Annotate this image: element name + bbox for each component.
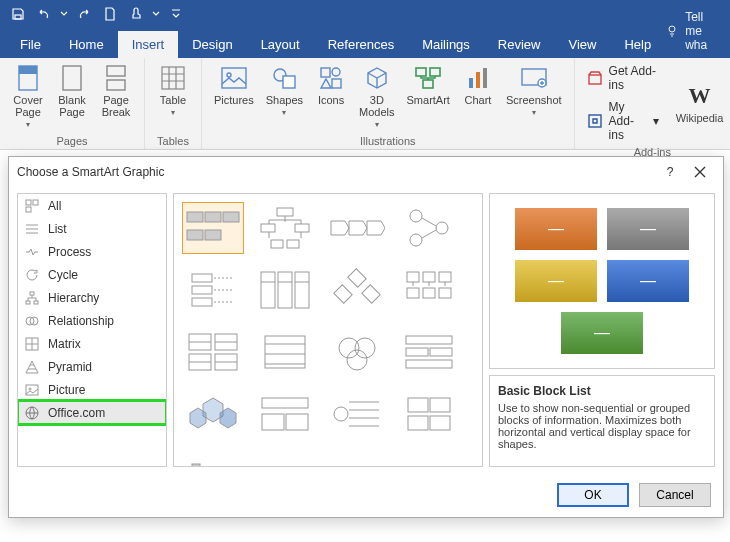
tab-design[interactable]: Design: [178, 31, 246, 58]
screenshot-button[interactable]: Screenshot▾: [502, 62, 566, 119]
svg-rect-16: [430, 68, 440, 76]
smartart-button[interactable]: SmartArt: [403, 62, 454, 108]
category-cycle[interactable]: Cycle: [18, 263, 166, 286]
gallery-thumb[interactable]: [398, 264, 460, 316]
svg-rect-38: [205, 212, 221, 222]
matrix-icon: [24, 336, 40, 352]
category-hierarchy[interactable]: Hierarchy: [18, 286, 166, 309]
svg-rect-24: [589, 115, 601, 127]
gallery-thumb[interactable]: [326, 264, 388, 316]
cancel-button[interactable]: Cancel: [639, 483, 711, 507]
tab-insert[interactable]: Insert: [118, 31, 179, 58]
touch-caret-icon[interactable]: [150, 2, 162, 26]
all-icon: [24, 198, 40, 214]
gallery-thumb[interactable]: [182, 264, 244, 316]
qat-customize-icon[interactable]: [164, 2, 188, 26]
preview-description: Use to show non-sequential or grouped bl…: [498, 402, 706, 450]
tab-file[interactable]: File: [6, 31, 55, 58]
tab-view[interactable]: View: [554, 31, 610, 58]
undo-caret-icon[interactable]: [58, 2, 70, 26]
tab-review[interactable]: Review: [484, 31, 555, 58]
tab-layout[interactable]: Layout: [247, 31, 314, 58]
svg-rect-11: [283, 76, 295, 88]
chart-button[interactable]: Chart: [458, 62, 498, 108]
3d-models-button[interactable]: 3D Models▾: [355, 62, 398, 131]
svg-rect-23: [589, 75, 601, 84]
page-break-button[interactable]: Page Break: [96, 62, 136, 120]
wikipedia-button[interactable]: WWikipedia: [677, 80, 722, 126]
group-addins: Get Add-ins My Add-ins▾ WWikipedia Add-i…: [575, 58, 730, 149]
category-pyramid[interactable]: Pyramid: [18, 355, 166, 378]
svg-rect-45: [271, 240, 283, 248]
touch-mode-icon[interactable]: [124, 2, 148, 26]
dialog-titlebar[interactable]: Choose a SmartArt Graphic ?: [9, 157, 723, 187]
icons-button[interactable]: Icons: [311, 62, 351, 108]
shapes-button[interactable]: Shapes▾: [262, 62, 307, 119]
preview-title: Basic Block List: [498, 384, 706, 398]
tab-references[interactable]: References: [314, 31, 408, 58]
preview-block: —: [561, 312, 643, 354]
gallery-thumb[interactable]: [398, 388, 460, 440]
svg-rect-8: [222, 68, 246, 88]
gallery-thumb[interactable]: [254, 264, 316, 316]
help-icon[interactable]: ?: [655, 157, 685, 187]
gallery-thumb[interactable]: [398, 326, 460, 378]
table-button[interactable]: Table▾: [153, 62, 193, 119]
dialog-footer: OK Cancel: [9, 473, 723, 517]
gallery-thumb[interactable]: [182, 202, 244, 254]
svg-point-48: [410, 234, 422, 246]
svg-rect-7: [162, 67, 184, 89]
gallery-thumb[interactable]: [254, 326, 316, 378]
tab-mailings[interactable]: Mailings: [408, 31, 484, 58]
svg-point-49: [436, 222, 448, 234]
svg-rect-81: [408, 398, 428, 412]
ok-button[interactable]: OK: [557, 483, 629, 507]
gallery-thumb[interactable]: [398, 202, 460, 254]
blank-page-button[interactable]: Blank Page: [52, 62, 92, 120]
group-illustrations: Pictures Shapes▾ Icons 3D Models▾ SmartA…: [202, 58, 575, 149]
svg-rect-42: [277, 208, 293, 216]
get-addins-button[interactable]: Get Add-ins: [583, 62, 663, 94]
my-addins-button[interactable]: My Add-ins▾: [583, 98, 663, 144]
gallery-thumb[interactable]: [326, 388, 388, 440]
gallery-thumb[interactable]: [182, 450, 244, 467]
gallery-thumb[interactable]: [182, 326, 244, 378]
category-office-com[interactable]: Office.com: [18, 401, 166, 424]
svg-point-72: [347, 350, 367, 370]
save-icon[interactable]: [6, 2, 30, 26]
undo-icon[interactable]: [32, 2, 56, 26]
new-doc-icon[interactable]: [98, 2, 122, 26]
category-picture[interactable]: Picture: [18, 378, 166, 401]
preview-canvas: — — — — —: [489, 193, 715, 369]
svg-rect-55: [295, 272, 309, 308]
close-icon[interactable]: [685, 157, 715, 187]
pictures-button[interactable]: Pictures: [210, 62, 258, 108]
gallery-thumb[interactable]: [254, 388, 316, 440]
tell-me[interactable]: Tell me wha: [665, 10, 730, 58]
addin-icon: [587, 113, 603, 129]
svg-rect-15: [416, 68, 426, 76]
ribbon-tabs: File Home Insert Design Layout Reference…: [0, 28, 730, 58]
category-relationship[interactable]: Relationship: [18, 309, 166, 332]
gallery-thumb[interactable]: [254, 202, 316, 254]
svg-rect-76: [406, 360, 452, 368]
category-panel: All List Process Cycle Hierarchy Relatio…: [17, 193, 167, 467]
cover-page-button[interactable]: Cover Page▾: [8, 62, 48, 131]
svg-point-1: [669, 26, 675, 32]
gallery-thumb[interactable]: [326, 202, 388, 254]
svg-rect-60: [423, 272, 435, 282]
svg-point-70: [339, 338, 359, 358]
category-matrix[interactable]: Matrix: [18, 332, 166, 355]
category-process[interactable]: Process: [18, 240, 166, 263]
svg-rect-74: [406, 348, 428, 356]
redo-icon[interactable]: [72, 2, 96, 26]
gallery-thumb[interactable]: [326, 326, 388, 378]
gallery-thumb[interactable]: [182, 388, 244, 440]
svg-point-14: [332, 68, 340, 76]
category-all[interactable]: All: [18, 194, 166, 217]
svg-rect-37: [187, 212, 203, 222]
tab-help[interactable]: Help: [610, 31, 665, 58]
tab-home[interactable]: Home: [55, 31, 118, 58]
svg-rect-59: [407, 272, 419, 282]
category-list[interactable]: List: [18, 217, 166, 240]
